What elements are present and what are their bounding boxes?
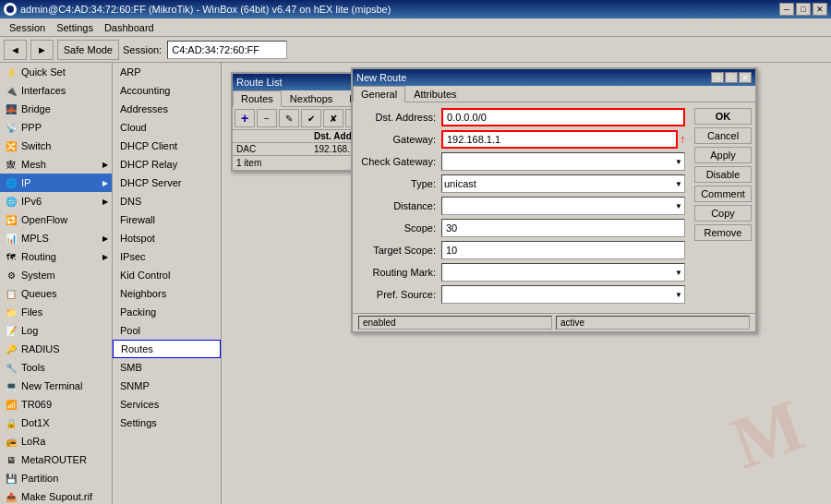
sidebar-label-radius: RADIUS <box>21 343 60 354</box>
distance-select[interactable]: ▼ <box>441 197 685 215</box>
sidebar-item-ipv6[interactable]: 🌐 IPv6 ▶ <box>0 192 112 210</box>
submenu-packing[interactable]: Packing <box>113 303 221 321</box>
sidebar-item-switch[interactable]: 🔀 Switch <box>0 137 112 155</box>
ip-submenu: ARP Accounting Addresses Cloud DHCP Clie… <box>113 63 222 504</box>
sidebar-item-bridge[interactable]: 🌉 Bridge <box>0 100 112 118</box>
new-route-title: New Route <box>356 72 711 83</box>
dst-address-input[interactable] <box>441 108 685 126</box>
submenu-settings[interactable]: Settings <box>113 414 221 432</box>
gateway-input[interactable] <box>441 130 678 149</box>
edit-route-button[interactable]: ✎ <box>279 109 299 127</box>
menu-session[interactable]: Session <box>4 20 51 35</box>
scope-input[interactable] <box>441 219 685 237</box>
submenu-kid-control[interactable]: Kid Control <box>113 266 221 284</box>
sidebar-item-radius[interactable]: 🔑 RADIUS <box>0 340 112 358</box>
submenu-arp[interactable]: ARP <box>113 63 221 81</box>
copy-button[interactable]: Copy <box>694 205 752 222</box>
remove-button[interactable]: Remove <box>694 224 752 241</box>
new-route-minimize[interactable]: ─ <box>711 72 724 83</box>
disable-button[interactable]: Disable <box>694 166 752 183</box>
submenu-snmp[interactable]: SNMP <box>113 377 221 395</box>
sidebar-item-dot1x[interactable]: 🔒 Dot1X <box>0 414 112 432</box>
back-button[interactable]: ◄ <box>4 40 27 60</box>
tab-routes[interactable]: Routes <box>233 90 282 107</box>
add-route-button[interactable]: + <box>235 109 255 127</box>
forward-button[interactable]: ► <box>30 40 54 60</box>
sidebar-item-quick-set[interactable]: ⚡ Quick Set <box>0 63 112 81</box>
sidebar-item-tools[interactable]: 🔧 Tools <box>0 358 112 377</box>
submenu-routes[interactable]: Routes <box>113 340 221 358</box>
sidebar-item-system[interactable]: ⚙ System <box>0 266 112 284</box>
sidebar-label-interfaces: Interfaces <box>21 85 66 96</box>
sidebar-item-make-supout[interactable]: 📤 Make Supout.rif <box>0 487 112 504</box>
sidebar-item-mpls[interactable]: 📊 MPLS ▶ <box>0 229 112 247</box>
tab-nexthops[interactable]: Nexthops <box>282 90 341 106</box>
routing-mark-select[interactable]: ▼ <box>441 263 685 282</box>
check-gateway-select[interactable]: ▼ <box>441 152 685 171</box>
session-input[interactable] <box>167 41 287 59</box>
submenu-cloud[interactable]: Cloud <box>113 118 221 137</box>
submenu-addresses[interactable]: Addresses <box>113 100 221 118</box>
check-gateway-label: Check Gateway: <box>358 156 441 167</box>
type-select[interactable]: unicast ▼ <box>441 174 685 193</box>
submenu-accounting[interactable]: Accounting <box>113 81 221 100</box>
sidebar-item-new-terminal[interactable]: 💻 New Terminal <box>0 377 112 395</box>
distance-arrow-icon: ▼ <box>675 202 682 210</box>
tab-attributes[interactable]: Attributes <box>405 86 464 102</box>
new-route-close[interactable]: ✕ <box>739 72 752 83</box>
pref-source-label: Pref. Source: <box>358 289 441 300</box>
sidebar-item-log[interactable]: 📝 Log <box>0 321 112 340</box>
maximize-button[interactable]: □ <box>796 3 811 16</box>
submenu-neighbors[interactable]: Neighbors <box>113 284 221 303</box>
submenu-services[interactable]: Services <box>113 395 221 414</box>
form-row-target-scope: Target Scope: <box>358 241 685 259</box>
submenu-firewall[interactable]: Firewall <box>113 210 221 229</box>
submenu-dns[interactable]: DNS <box>113 192 221 210</box>
submenu-ipsec[interactable]: IPsec <box>113 247 221 266</box>
disable-route-button[interactable]: ✘ <box>323 109 343 127</box>
sidebar-item-files[interactable]: 📁 Files <box>0 303 112 321</box>
menu-settings[interactable]: Settings <box>51 20 99 35</box>
submenu-dhcp-client[interactable]: DHCP Client <box>113 137 221 155</box>
ok-button[interactable]: OK <box>694 108 752 125</box>
sidebar-item-ppp[interactable]: 📡 PPP <box>0 118 112 137</box>
sidebar-item-lora[interactable]: 📻 LoRa <box>0 432 112 450</box>
tools-icon: 🔧 <box>4 360 18 375</box>
new-route-maximize[interactable]: □ <box>725 72 738 83</box>
submenu-dhcp-relay[interactable]: DHCP Relay <box>113 155 221 174</box>
system-icon: ⚙ <box>4 268 18 282</box>
sidebar-item-ip[interactable]: 🌐 IP ▶ <box>0 174 112 192</box>
submenu-hotspot[interactable]: Hotspot <box>113 229 221 247</box>
comment-button[interactable]: Comment <box>694 186 752 202</box>
tab-general[interactable]: General <box>353 86 405 102</box>
menu-dashboard[interactable]: Dashboard <box>99 20 160 35</box>
sidebar-label-tools: Tools <box>21 362 45 373</box>
sidebar-item-tr069[interactable]: 📶 TR069 <box>0 395 112 414</box>
pref-source-select[interactable]: ▼ <box>441 285 685 304</box>
sidebar-item-routing[interactable]: 🗺 Routing ▶ <box>0 247 112 266</box>
sidebar-item-interfaces[interactable]: 🔌 Interfaces <box>0 81 112 100</box>
safe-mode-button[interactable]: Safe Mode <box>57 40 119 60</box>
remove-route-button[interactable]: − <box>257 109 277 127</box>
session-label: Session: <box>123 44 162 55</box>
sidebar-label-openflow: OpenFlow <box>21 214 67 225</box>
sidebar-item-openflow[interactable]: 🔁 OpenFlow <box>0 210 112 229</box>
sidebar-item-metarouter[interactable]: 🖥 MetaROUTER <box>0 450 112 469</box>
apply-button[interactable]: Apply <box>694 147 752 163</box>
distance-label: Distance: <box>358 200 441 211</box>
sidebar-label-queues: Queues <box>21 288 57 299</box>
submenu-dhcp-server[interactable]: DHCP Server <box>113 174 221 192</box>
cancel-button[interactable]: Cancel <box>694 127 752 144</box>
minimize-button[interactable]: ─ <box>779 3 794 16</box>
submenu-pool[interactable]: Pool <box>113 321 221 340</box>
sidebar-item-queues[interactable]: 📋 Queues <box>0 284 112 303</box>
new-route-window-buttons[interactable]: ─ □ ✕ <box>711 72 752 83</box>
make-supout-icon: 📤 <box>4 489 18 504</box>
sidebar-item-partition[interactable]: 💾 Partition <box>0 469 112 487</box>
close-button[interactable]: ✕ <box>813 3 827 16</box>
target-scope-input[interactable] <box>441 241 685 259</box>
enable-route-button[interactable]: ✔ <box>301 109 321 127</box>
submenu-smb[interactable]: SMB <box>113 358 221 377</box>
sidebar-item-mesh[interactable]: 🕸 Mesh ▶ <box>0 155 112 174</box>
title-bar-buttons[interactable]: ─ □ ✕ <box>779 3 827 16</box>
